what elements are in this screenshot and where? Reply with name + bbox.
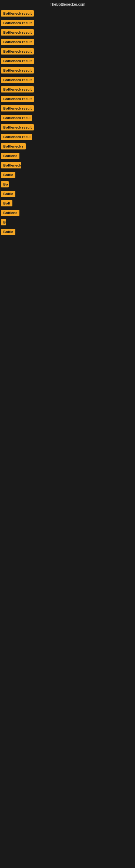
bottleneck-item-14[interactable]: Bottleneck r — [0, 142, 135, 151]
bottleneck-badge-4[interactable]: Bottleneck result — [1, 48, 34, 55]
bottleneck-item-12[interactable]: Bottleneck result — [0, 123, 135, 132]
bottleneck-badge-8[interactable]: Bottleneck result — [1, 86, 34, 93]
site-title-text: TheBottlenecker.com — [50, 2, 85, 6]
bottleneck-badge-10[interactable]: Bottleneck result — [1, 105, 34, 112]
bottleneck-item-16[interactable]: Bottleneck — [0, 161, 135, 170]
bottleneck-badge-18[interactable]: Bo — [1, 181, 9, 187]
bottleneck-item-3[interactable]: Bottleneck result — [0, 37, 135, 46]
bottleneck-item-18[interactable]: Bo — [0, 180, 135, 189]
bottleneck-item-19[interactable]: Bottle — [0, 189, 135, 198]
bottleneck-item-8[interactable]: Bottleneck result — [0, 85, 135, 94]
bottleneck-item-11[interactable]: Bottleneck resul — [0, 113, 135, 123]
bottleneck-badge-0[interactable]: Bottleneck result — [1, 10, 34, 17]
bottleneck-item-20[interactable]: Bott — [0, 198, 135, 208]
bottleneck-badge-20[interactable]: Bott — [1, 200, 12, 207]
bottleneck-badge-3[interactable]: Bottleneck result — [1, 39, 34, 45]
bottleneck-item-13[interactable]: Bottleneck resul — [0, 132, 135, 142]
bottleneck-badge-11[interactable]: Bottleneck resul — [1, 115, 32, 121]
bottleneck-item-1[interactable]: Bottleneck result — [0, 18, 135, 28]
bottleneck-item-5[interactable]: Bottleneck result — [0, 56, 135, 66]
bottleneck-item-2[interactable]: Bottleneck result — [0, 28, 135, 37]
bottleneck-item-4[interactable]: Bottleneck result — [0, 46, 135, 56]
bottleneck-badge-22[interactable]: B — [1, 219, 6, 225]
bottom-spacer — [0, 237, 135, 454]
bottleneck-badge-15[interactable]: Bottlene — [1, 153, 19, 159]
bottleneck-badge-9[interactable]: Bottleneck result — [1, 96, 34, 102]
bottleneck-badge-17[interactable]: Bottle — [1, 172, 15, 178]
site-title: TheBottlenecker.com — [0, 0, 135, 9]
bottleneck-item-23[interactable]: Bottle — [0, 227, 135, 237]
bottleneck-badge-12[interactable]: Bottleneck result — [1, 124, 34, 130]
bottleneck-item-9[interactable]: Bottleneck result — [0, 94, 135, 104]
bottleneck-badge-13[interactable]: Bottleneck resul — [1, 134, 32, 140]
bottleneck-badge-5[interactable]: Bottleneck result — [1, 58, 34, 64]
bottleneck-badge-19[interactable]: Bottle — [1, 191, 15, 197]
bottleneck-badge-23[interactable]: Bottle — [1, 229, 15, 235]
bottleneck-item-6[interactable]: Bottleneck result — [0, 66, 135, 75]
bottleneck-badge-6[interactable]: Bottleneck result — [1, 67, 34, 73]
bottleneck-badge-21[interactable]: Bottlene — [1, 210, 19, 216]
bottleneck-item-15[interactable]: Bottlene — [0, 151, 135, 161]
bottleneck-item-22[interactable]: B — [0, 218, 135, 227]
bottleneck-badge-2[interactable]: Bottleneck result — [1, 29, 34, 35]
bottleneck-badge-7[interactable]: Bottleneck result — [1, 77, 34, 83]
bottleneck-item-10[interactable]: Bottleneck result — [0, 104, 135, 113]
bottleneck-item-0[interactable]: Bottleneck result — [0, 9, 135, 18]
bottleneck-item-17[interactable]: Bottle — [0, 170, 135, 180]
bottleneck-item-7[interactable]: Bottleneck result — [0, 75, 135, 85]
bottleneck-badge-1[interactable]: Bottleneck result — [1, 20, 34, 26]
bottleneck-badge-16[interactable]: Bottleneck — [1, 162, 21, 168]
bottleneck-item-21[interactable]: Bottlene — [0, 208, 135, 218]
bottleneck-badge-14[interactable]: Bottleneck r — [1, 143, 26, 150]
